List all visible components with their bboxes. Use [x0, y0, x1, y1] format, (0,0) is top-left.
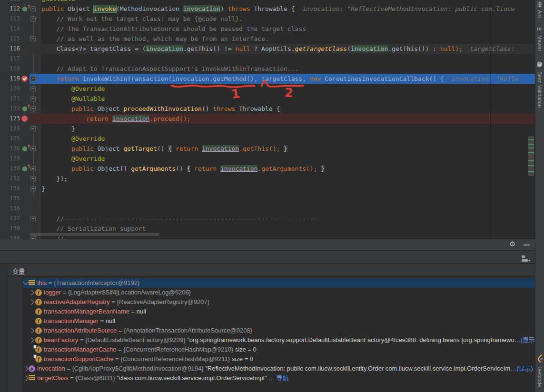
- code-line[interactable]: 133− });: [0, 174, 535, 184]
- bean-validation-icon[interactable]: [536, 61, 543, 68]
- variable-row-transactionSupportCache[interactable]: ftransactionSupportCache = {ConcurrentRe…: [22, 354, 535, 364]
- settings-gear-icon[interactable]: ⚙: [509, 240, 515, 248]
- variable-row-transactionManagerBeanName[interactable]: ftransactionManagerBeanName = null: [22, 307, 535, 316]
- code-line[interactable]: 117: [0, 54, 535, 64]
- chevron-right-icon[interactable]: [29, 337, 34, 343]
- variable-row-targetClass[interactable]: targetClass = {Class@6831} "class com.li…: [22, 373, 535, 383]
- variables-tree[interactable]: this = {TransactionInterceptor@9192}flog…: [22, 276, 535, 392]
- vertical-scrollbar[interactable]: [528, 136, 534, 176]
- value-link[interactable]: (显示): [521, 336, 535, 343]
- debug-panel-titlebar: [0, 239, 535, 251]
- value-link[interactable]: 导航: [277, 374, 289, 382]
- horizontal-scrollbar[interactable]: [30, 233, 159, 236]
- vcs-change-mark: [528, 147, 534, 148]
- code-token: public: [71, 145, 98, 152]
- chevron-right-icon[interactable]: [23, 375, 28, 381]
- code-token: [172, 145, 176, 152]
- code-editor[interactable]: 111 @Nullable112↑− public Object invoke(…: [0, 0, 535, 239]
- code-line[interactable]: 130↑+ public Object[] getArguments() { r…: [0, 164, 535, 174]
- variable-value: {ConcurrentReferenceHashMap@9210}: [123, 346, 235, 353]
- variables-toolbar: + −: [8, 276, 22, 392]
- variable-row-invocation[interactable]: pinvocation = {CglibAopProxy$CglibMethod…: [22, 364, 535, 373]
- variable-name: transactionManager: [44, 317, 99, 324]
- code-line[interactable]: 116 Class<?> targetClass = (invocation.g…: [0, 44, 535, 54]
- code-line[interactable]: 122↑− public Object proceedWithInvocatio…: [0, 104, 535, 114]
- line-number: 130: [0, 165, 20, 172]
- code-line[interactable]: 123 return invocation.proceed();: [0, 114, 535, 124]
- code-line[interactable]: 138 // Serialization support: [0, 224, 535, 234]
- value-link[interactable]: (显示): [516, 365, 533, 372]
- tool-stripe-label-maven[interactable]: Maven: [537, 35, 543, 51]
- code-line[interactable]: 119− return invokeWithinTransaction(invo…: [0, 74, 535, 84]
- code-token: return: [176, 145, 202, 152]
- code-token: Class<?> targetClass = (: [57, 45, 146, 52]
- code-token: Object: [68, 5, 94, 12]
- tool-stripe-label-bean-validation[interactable]: Bean Validation: [537, 71, 543, 108]
- variable-row-transactionAttributeSource[interactable]: ftransactionAttributeSource = {Annotatio…: [22, 326, 535, 335]
- code-line[interactable]: 118 // Adapt to TransactionAspectSupport…: [0, 64, 535, 74]
- inline-debugger-hint: invocation: "ReflectiveMethodInvocation:…: [295, 5, 515, 12]
- line-number: 135: [0, 195, 20, 202]
- code-token: public: [41, 5, 68, 12]
- code-line[interactable]: 137− //---------------------------------…: [0, 214, 535, 224]
- code-token: ): [220, 5, 228, 12]
- code-line[interactable]: 135: [0, 194, 535, 204]
- line-number: 125: [0, 135, 20, 142]
- variable-value: {ConcurrentReferenceHashMap@9211}: [121, 355, 232, 363]
- code-token: // The TransactionAttributeSource should…: [27, 25, 306, 32]
- vcs-change-mark: [528, 160, 534, 161]
- code-token: // Serialization support: [27, 225, 146, 232]
- variable-value: size = 0: [232, 355, 253, 363]
- code-token: .getThis() !=: [183, 45, 236, 52]
- variable-text: transactionManager = null: [44, 316, 115, 326]
- hide-panel-icon[interactable]: [524, 245, 530, 245]
- code-token: // Work out the target class: may be {@c…: [27, 15, 243, 22]
- tool-stripe-label-ant[interactable]: Ant: [537, 10, 543, 18]
- code-line[interactable]: 120− @Override: [0, 84, 535, 94]
- variable-row-logger[interactable]: flogger = {LogAdapter$Slf4jLocationAware…: [22, 288, 535, 297]
- variable-text: reactiveAdapterRegistry = {ReactiveAdapt…: [44, 297, 209, 307]
- code-token: [27, 75, 57, 82]
- variable-row-transactionManager[interactable]: ftransactionManager = null: [22, 316, 535, 326]
- chevron-right-icon[interactable]: [23, 366, 28, 371]
- maven-icon[interactable]: m: [537, 25, 542, 32]
- code-token: [27, 5, 41, 12]
- variable-row-beanFactory[interactable]: fbeanFactory = {DefaultListableBeanFacto…: [22, 335, 535, 345]
- variable-row-this[interactable]: this = {TransactionInterceptor@9192}: [22, 278, 535, 288]
- code-line[interactable]: 114 // The TransactionAttributeSource sh…: [0, 24, 535, 34]
- final-lock-icon: [33, 345, 37, 349]
- code-line[interactable]: 126↑+ public Object getTarget() { return…: [0, 144, 535, 154]
- line-number: 138: [0, 225, 20, 232]
- chevron-right-icon[interactable]: [29, 290, 34, 295]
- ant-icon[interactable]: [536, 1, 543, 8]
- code-line[interactable]: 111 @Nullable: [0, 0, 535, 4]
- line-number: 122: [0, 105, 20, 112]
- code-line[interactable]: 136: [0, 204, 535, 214]
- variable-row-transactionManagerCache[interactable]: ftransactionManagerCache = {ConcurrentRe…: [22, 345, 535, 354]
- code-line[interactable]: 112↑− public Object invoke(MethodInvocat…: [0, 4, 535, 14]
- field-icon: f: [35, 318, 42, 324]
- code-line[interactable]: 113− // Work out the target class: may b…: [0, 14, 535, 24]
- code-line[interactable]: 115− // as well as the method, which may…: [0, 34, 535, 44]
- restore-layout-icon[interactable]: [522, 255, 530, 262]
- code-token: invocation: [146, 45, 183, 52]
- vcs-change-mark: [528, 171, 534, 172]
- code-token: (MethodInvocation: [116, 5, 183, 12]
- chevron-right-icon[interactable]: [29, 299, 34, 304]
- code-line[interactable]: 124− }: [0, 124, 535, 134]
- final-lock-icon: [33, 354, 37, 358]
- code-token: invoke: [94, 5, 116, 12]
- right-tool-stripe: Ant m Maven Bean Validation leetcode: [535, 0, 544, 392]
- line-number: 121: [0, 95, 20, 102]
- code-line[interactable]: 121− @Nullable: [0, 94, 535, 104]
- chevron-right-icon[interactable]: [29, 328, 34, 333]
- chevron-down-icon[interactable]: [23, 279, 28, 284]
- vcs-change-mark: [528, 152, 534, 153]
- variable-row-reactiveAdapterRegistry[interactable]: freactiveAdapterRegistry = {ReactiveAdap…: [22, 297, 535, 307]
- leetcode-icon[interactable]: [536, 354, 544, 363]
- tool-stripe-label-leetcode[interactable]: leetcode: [537, 367, 543, 387]
- code-line[interactable]: 129 @Override: [0, 154, 535, 164]
- code-line[interactable]: 134− }: [0, 184, 535, 194]
- code-line[interactable]: 125 @Override: [0, 134, 535, 144]
- field-icon: f: [35, 299, 42, 305]
